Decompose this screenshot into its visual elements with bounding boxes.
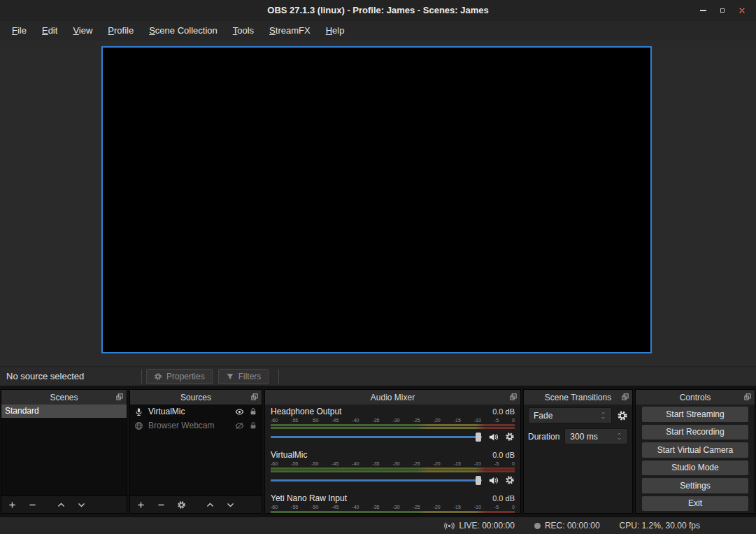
source-row-virtualmic[interactable]: VirtualMic xyxy=(130,405,262,419)
broadcast-icon xyxy=(444,521,455,531)
meter-tick-label: -55 xyxy=(291,461,298,467)
dock-area: Scenes Standard Sources Virt xyxy=(0,386,756,517)
volume-slider[interactable] xyxy=(271,476,482,485)
popout-icon[interactable] xyxy=(115,393,124,401)
meter-tick-label: -35 xyxy=(372,417,379,423)
lock-icon[interactable] xyxy=(249,407,257,416)
meter-tick-label: -15 xyxy=(454,461,461,467)
duration-spinbox[interactable]: 300 ms xyxy=(564,428,628,444)
transition-select[interactable]: Fade xyxy=(528,407,612,423)
meter-tick-label: -35 xyxy=(372,504,379,510)
spin-down-icon[interactable] xyxy=(600,416,606,420)
properties-button[interactable]: Properties xyxy=(146,369,213,384)
mixer-channel-name: VirtualMic xyxy=(271,450,307,461)
meter-scale: -60-55-50-45-40-35-30-25-20-15-10-50 xyxy=(271,504,515,510)
mixer-channel-name: Yeti Nano Raw Input xyxy=(271,493,347,504)
menu-tools[interactable]: Tools xyxy=(225,21,262,41)
duration-spinner xyxy=(616,432,625,441)
filters-button[interactable]: Filters xyxy=(218,369,269,384)
controls-panel-header: Controls xyxy=(636,390,755,405)
gear-icon[interactable] xyxy=(505,475,515,485)
add-scene-icon[interactable] xyxy=(8,500,17,510)
meter-tick-label: -20 xyxy=(434,417,441,423)
source-row-browser-webcam[interactable]: Browser Webcam xyxy=(130,419,262,433)
lock-icon[interactable] xyxy=(249,421,257,430)
spin-up-icon[interactable] xyxy=(600,411,606,415)
rec-status: REC: 00:00:00 xyxy=(534,521,600,531)
meter-tick-label: -55 xyxy=(291,417,298,423)
scenes-toolbar xyxy=(1,496,127,513)
toolbar-separator xyxy=(141,370,142,384)
scene-transitions-header: Scene Transitions xyxy=(524,390,632,405)
meter-tick-label: -5 xyxy=(494,417,499,423)
preview-canvas[interactable] xyxy=(101,46,652,353)
microphone-icon xyxy=(134,407,143,416)
start-recording-button[interactable]: Start Recording xyxy=(642,425,748,440)
volume-slider-handle[interactable] xyxy=(476,476,481,485)
scene-transitions-body: Fade Duration 300 ms xyxy=(524,405,632,513)
scenes-panel: Scenes Standard xyxy=(1,389,127,514)
meter-tick-label: -50 xyxy=(311,504,318,510)
transition-select-spinner xyxy=(600,411,609,420)
start-virtual-camera-button[interactable]: Start Virtual Camera xyxy=(642,442,748,458)
speaker-icon[interactable] xyxy=(488,475,499,486)
scene-transitions-title: Scene Transitions xyxy=(545,393,611,402)
menu-help[interactable]: Help xyxy=(318,21,352,41)
duration-decrease-icon[interactable] xyxy=(616,437,622,441)
meter-tick-label: -15 xyxy=(454,504,461,510)
source-label: Browser Webcam xyxy=(148,421,230,430)
meter-tick-label: -5 xyxy=(494,504,499,510)
eye-icon[interactable] xyxy=(235,407,244,416)
minimize-icon xyxy=(700,10,706,11)
meter-scale: -60-55-50-45-40-35-30-25-20-15-10-50 xyxy=(271,417,515,423)
remove-scene-icon[interactable] xyxy=(28,500,37,510)
add-source-icon[interactable] xyxy=(136,500,145,510)
duration-increase-icon[interactable] xyxy=(616,432,622,436)
scene-row-standard[interactable]: Standard xyxy=(1,405,127,418)
meter-tick-label: -10 xyxy=(474,461,481,467)
menu-profile[interactable]: Profile xyxy=(100,21,141,41)
close-button[interactable] xyxy=(732,0,752,21)
studio-mode-button[interactable]: Studio Mode xyxy=(642,461,748,476)
menu-view[interactable]: View xyxy=(65,21,100,41)
source-properties-gear-icon[interactable] xyxy=(177,500,186,510)
meter-tick-label: -35 xyxy=(372,461,379,467)
volume-slider[interactable] xyxy=(271,433,482,442)
controls-panel-title: Controls xyxy=(680,393,711,402)
menu-streamfx[interactable]: StreamFX xyxy=(262,21,318,41)
performance-stats: CPU: 1.2%, 30.00 fps xyxy=(620,521,700,531)
popout-icon[interactable] xyxy=(621,393,629,401)
menu-scene-collection[interactable]: Scene Collection xyxy=(141,21,225,41)
gear-icon[interactable] xyxy=(505,432,515,442)
move-scene-down-icon[interactable] xyxy=(77,500,86,510)
remove-source-icon[interactable] xyxy=(157,500,166,510)
mixer-channel-virtualmic: VirtualMic 0.0 dB -60-55-50-45-40-35-30-… xyxy=(271,450,515,486)
exit-button[interactable]: Exit xyxy=(642,496,748,512)
move-scene-up-icon[interactable] xyxy=(57,500,66,510)
properties-label: Properties xyxy=(166,372,205,381)
menu-edit[interactable]: Edit xyxy=(34,21,65,41)
settings-button[interactable]: Settings xyxy=(642,478,748,493)
eye-slash-icon[interactable] xyxy=(235,421,244,430)
menu-file[interactable]: File xyxy=(4,21,34,41)
move-source-down-icon[interactable] xyxy=(226,500,235,510)
maximize-button[interactable] xyxy=(713,0,732,21)
popout-icon[interactable] xyxy=(743,393,752,401)
speaker-icon[interactable] xyxy=(488,432,499,442)
transition-settings-gear-icon[interactable] xyxy=(617,410,628,421)
sources-panel-header: Sources xyxy=(130,390,262,405)
start-streaming-button[interactable]: Start Streaming xyxy=(642,407,748,422)
popout-icon[interactable] xyxy=(250,393,259,401)
move-source-up-icon[interactable] xyxy=(206,500,215,510)
meter-tick-label: -25 xyxy=(413,504,420,510)
meter-tick-label: -30 xyxy=(392,461,399,467)
toolbar-separator xyxy=(278,370,279,384)
duration-label: Duration xyxy=(528,432,559,442)
source-label: VirtualMic xyxy=(148,407,230,416)
volume-slider-track xyxy=(271,479,482,482)
volume-slider-handle[interactable] xyxy=(476,433,481,442)
minimize-button[interactable] xyxy=(693,0,713,21)
meter-tick-label: -10 xyxy=(474,417,481,423)
preview-region xyxy=(0,41,756,366)
popout-icon[interactable] xyxy=(509,393,518,401)
